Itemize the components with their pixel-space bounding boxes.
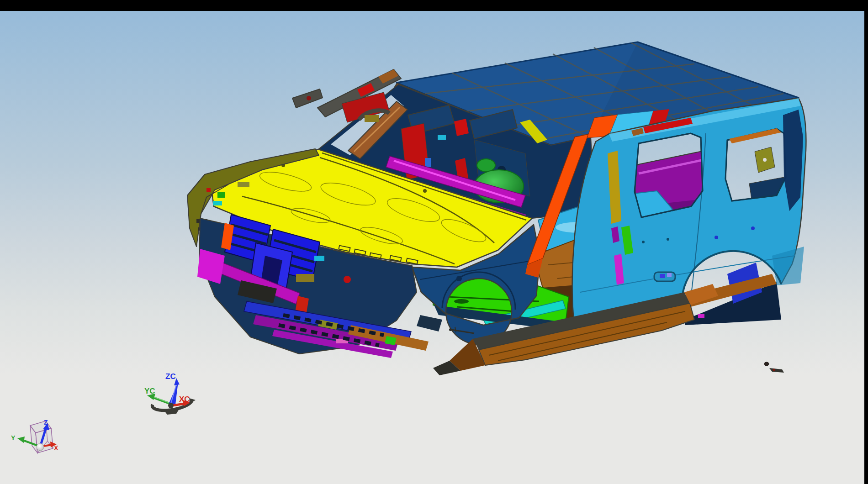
blue-glint — [425, 158, 431, 167]
wcs-y-highlight — [154, 397, 169, 403]
small-part-bracket[interactable] — [769, 368, 784, 373]
fender-red-bit[interactable] — [206, 188, 211, 192]
fender-khaki-bit[interactable] — [238, 182, 249, 187]
bracket-hole — [763, 158, 767, 162]
window-right-bar — [864, 0, 868, 484]
wcs-z-axis[interactable] — [168, 382, 178, 405]
abs-origin-sphere — [37, 443, 44, 451]
3d-scene: ZC YC XC Z Y X — [0, 0, 868, 484]
handle-blue-glint — [660, 274, 665, 278]
handle-blue-glint — [667, 273, 672, 277]
fascia-khaki-blob[interactable] — [296, 274, 314, 282]
abs-y-label: Y — [11, 434, 16, 442]
under-bracket[interactable] — [417, 315, 442, 331]
detached-small-parts[interactable] — [764, 362, 784, 373]
wcs-y-axis[interactable] — [153, 397, 170, 404]
hood-hole — [423, 189, 427, 193]
wcs-yc-label: YC — [144, 387, 155, 395]
fender-green-bit[interactable] — [217, 192, 225, 198]
abs-y-arrowhead — [17, 437, 25, 443]
small-part-nut[interactable] — [764, 362, 769, 366]
fender-teal-bit[interactable] — [213, 201, 222, 205]
seat-headrest[interactable] — [477, 159, 495, 172]
body-dot — [667, 238, 669, 241]
fascia-red-dot — [344, 276, 351, 283]
abs-z-label: Z — [44, 419, 48, 426]
wheelhouse-magenta-part[interactable] — [698, 314, 704, 318]
cad-application-window: { "app": { "description": "CAD 3D viewpo… — [0, 0, 868, 484]
fender-hole — [456, 276, 462, 281]
green-pan-slot — [454, 299, 469, 304]
window-top-bar — [0, 0, 868, 11]
absolute-csys-triad: Z Y X — [11, 419, 58, 453]
sensor-dot — [449, 328, 452, 331]
wcs-origin[interactable] — [168, 403, 174, 408]
abs-x-label: X — [54, 444, 58, 452]
khaki-part[interactable] — [365, 115, 379, 122]
bracket-hole — [307, 96, 311, 100]
wcs-triad[interactable]: ZC YC XC — [144, 372, 196, 415]
fascia-cyan-bit[interactable] — [314, 256, 324, 261]
body-dot — [642, 241, 645, 243]
small-part-red-dot — [773, 369, 775, 371]
car-body-model[interactable] — [187, 42, 806, 375]
wcs-xc-label: XC — [179, 395, 190, 404]
wcs-zc-label: ZC — [165, 372, 176, 381]
cyan-bit[interactable] — [438, 135, 446, 140]
body-blue-dot — [715, 236, 718, 239]
body-blue-dot — [751, 226, 755, 230]
